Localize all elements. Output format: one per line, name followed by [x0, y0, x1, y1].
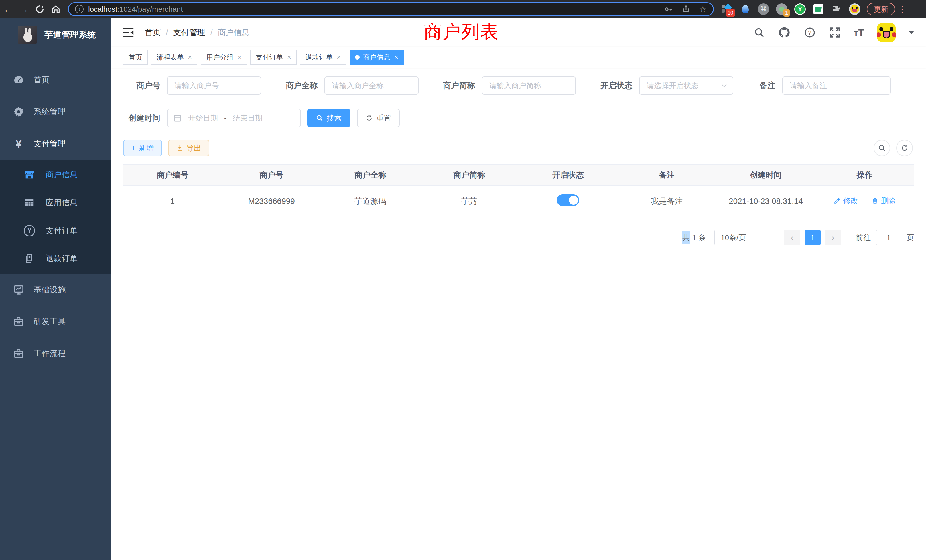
sidebar-item-merchant-info[interactable]: 商户信息: [0, 161, 111, 189]
chrome-update-button[interactable]: 更新: [867, 3, 895, 15]
help-icon[interactable]: ?: [804, 27, 816, 38]
sidebar-item-label: 退款订单: [45, 253, 77, 264]
documents-icon: [23, 253, 36, 264]
site-info-icon[interactable]: i: [75, 5, 83, 14]
puzzle-extensions-icon[interactable]: [831, 3, 842, 15]
font-size-icon[interactable]: тT: [854, 27, 864, 38]
active-tab-dot: [355, 55, 360, 60]
svg-text:?: ?: [808, 29, 811, 36]
table-row: 1 M233666999 芋道源码 芋艿 我是备注 2021-10-23 08:…: [123, 186, 914, 217]
end-date-input[interactable]: 结束日期: [233, 113, 263, 123]
prev-page-button[interactable]: ‹: [784, 230, 800, 245]
sidebar-item-workflow[interactable]: 工作流程: [0, 338, 111, 369]
share-icon[interactable]: [681, 5, 690, 14]
user-avatar[interactable]: [877, 23, 896, 42]
main-area: 首页 / 支付管理 / 商户信息 商户列表 ? т: [111, 18, 926, 560]
sidebar-item-pay-order[interactable]: ¥ 支付订单: [0, 217, 111, 245]
sidebar-item-payment[interactable]: ¥ 支付管理: [0, 128, 111, 160]
extension-icon-command[interactable]: ⌘: [758, 3, 769, 15]
github-icon[interactable]: [778, 26, 791, 39]
status-select[interactable]: 请选择开启状态: [639, 76, 733, 95]
browser-menu-icon[interactable]: ⋮: [898, 4, 906, 14]
search-button[interactable]: 搜索: [307, 109, 350, 127]
goto-page-input[interactable]: 1: [876, 230, 902, 245]
breadcrumb-payment[interactable]: 支付管理: [173, 27, 205, 38]
extension-icon-chat[interactable]: [813, 3, 824, 15]
cell-merchant-id: 1: [123, 186, 222, 217]
chevron-down-icon: [101, 317, 101, 327]
home-icon[interactable]: [48, 4, 64, 14]
full-name-input[interactable]: 请输入商户全称: [324, 76, 419, 95]
sidebar-item-app-info[interactable]: 应用信息: [0, 189, 111, 217]
delete-button[interactable]: 删除: [871, 196, 896, 206]
avatar-dropdown-caret[interactable]: [909, 31, 914, 34]
export-button[interactable]: 导出: [168, 140, 209, 156]
forward-icon[interactable]: →: [16, 4, 32, 15]
sidebar-item-label: 首页: [34, 74, 50, 85]
chevron-down-icon: [101, 349, 101, 359]
address-bar[interactable]: i localhost:1024/pay/merchant ☆: [68, 2, 714, 16]
red-annotation-text: 商户列表: [424, 20, 499, 44]
browser-toolbar: ← → i localhost:1024/pay/merchant ☆: [0, 0, 926, 18]
dashboard-icon: [12, 74, 25, 86]
extension-icon-pin[interactable]: [740, 3, 751, 15]
cell-short-name: 芋艿: [420, 186, 519, 217]
extension-icon-y[interactable]: Y: [794, 3, 806, 15]
show-search-toggle-button[interactable]: [873, 140, 890, 156]
add-button[interactable]: + 新增: [123, 140, 162, 156]
top-navbar: 首页 / 支付管理 / 商户信息 商户列表 ? т: [111, 18, 926, 47]
bookmark-star-icon[interactable]: ☆: [699, 4, 707, 14]
close-icon[interactable]: ×: [394, 53, 398, 61]
tab-merchant-info[interactable]: 商户信息 ×: [350, 50, 404, 65]
merchant-no-input[interactable]: 请输入商户号: [167, 76, 261, 95]
profile-avatar-icon[interactable]: [849, 3, 861, 15]
close-icon[interactable]: ×: [287, 53, 291, 61]
chevron-up-icon: [101, 139, 101, 149]
next-page-button[interactable]: ›: [825, 230, 841, 245]
col-merchant-no: 商户号: [222, 165, 321, 186]
fullscreen-icon[interactable]: [829, 27, 841, 38]
breadcrumb-home[interactable]: 首页: [145, 27, 161, 38]
app-logo[interactable]: 芋道管理系统: [0, 18, 111, 51]
cell-remark: 我是备注: [617, 186, 716, 217]
back-icon[interactable]: ←: [0, 4, 16, 15]
merchant-no-label: 商户号: [123, 80, 167, 91]
extension-icon-2[interactable]: 1: [776, 3, 787, 15]
yen-icon: ¥: [12, 138, 25, 150]
tab-home[interactable]: 首页: [123, 50, 148, 65]
sidebar-item-label: 工作流程: [34, 348, 65, 359]
edit-button[interactable]: 修改: [834, 196, 858, 206]
remark-input[interactable]: 请输入备注: [782, 76, 891, 95]
sidebar-item-devtools[interactable]: 研发工具: [0, 306, 111, 338]
sidebar-item-refund-order[interactable]: 退款订单: [0, 245, 111, 272]
sidebar-item-infrastructure[interactable]: 基础设施: [0, 274, 111, 306]
password-key-icon[interactable]: [664, 5, 673, 14]
col-remark: 备注: [617, 165, 716, 186]
sidebar-collapse-icon[interactable]: [122, 27, 135, 38]
tab-process-form[interactable]: 流程表单 ×: [151, 50, 197, 65]
reload-icon[interactable]: [32, 4, 48, 14]
start-date-input[interactable]: 开始日期: [188, 113, 218, 123]
short-name-input[interactable]: 请输入商户简称: [482, 76, 576, 95]
close-icon[interactable]: ×: [188, 53, 192, 61]
extension-icon-1[interactable]: 10: [721, 3, 733, 15]
search-icon[interactable]: [754, 27, 765, 38]
close-icon[interactable]: ×: [238, 53, 242, 61]
url-text[interactable]: localhost:1024/pay/merchant: [88, 5, 183, 14]
tab-user-group[interactable]: 用户分组 ×: [201, 50, 247, 65]
page-size-select[interactable]: 10条/页: [714, 230, 772, 245]
reset-button[interactable]: 重置: [357, 109, 400, 127]
table-header-row: 商户编号 商户号 商户全称 商户简称 开启状态 备注 创建时间 操作: [123, 165, 914, 186]
sidebar-item-system[interactable]: 系统管理: [0, 96, 111, 128]
create-time-range-picker[interactable]: 开始日期 - 结束日期: [167, 109, 301, 127]
sidebar-item-home[interactable]: 首页: [0, 64, 111, 96]
remark-label: 备注: [733, 80, 782, 91]
refresh-button[interactable]: [896, 140, 913, 156]
page-1-button[interactable]: 1: [805, 230, 820, 245]
chevron-down-icon: [101, 285, 101, 295]
merchant-table: 商户编号 商户号 商户全称 商户简称 开启状态 备注 创建时间 操作 1 M23…: [123, 164, 914, 217]
tab-refund-order[interactable]: 退款订单 ×: [300, 50, 346, 65]
status-toggle[interactable]: [557, 194, 580, 206]
close-icon[interactable]: ×: [337, 53, 341, 61]
tab-pay-order[interactable]: 支付订单 ×: [250, 50, 297, 65]
